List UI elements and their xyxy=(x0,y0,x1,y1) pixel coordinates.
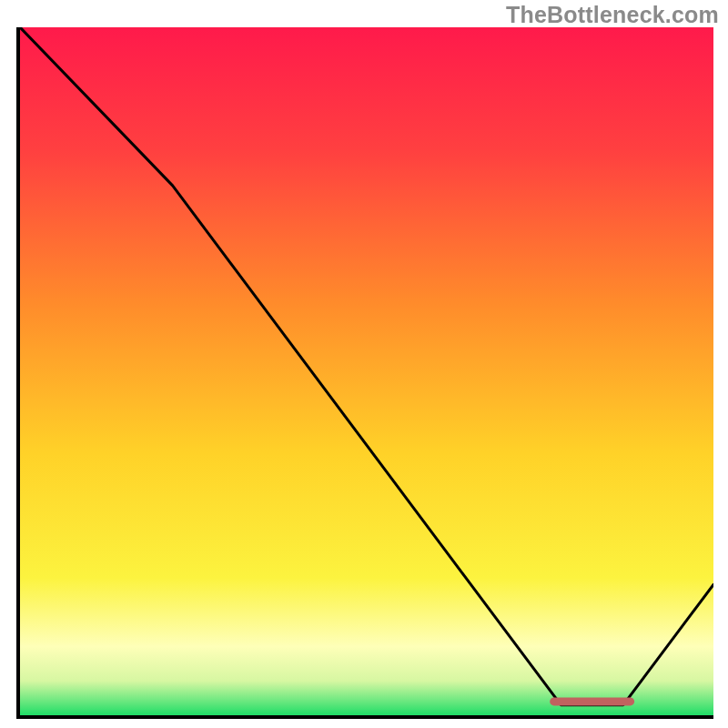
chart-container: TheBottleneck.com xyxy=(0,0,728,728)
watermark-text: TheBottleneck.com xyxy=(506,2,719,28)
plot-axes xyxy=(16,27,713,719)
gradient-background xyxy=(20,27,713,715)
plot-area xyxy=(20,27,713,715)
chart-svg xyxy=(20,27,713,715)
